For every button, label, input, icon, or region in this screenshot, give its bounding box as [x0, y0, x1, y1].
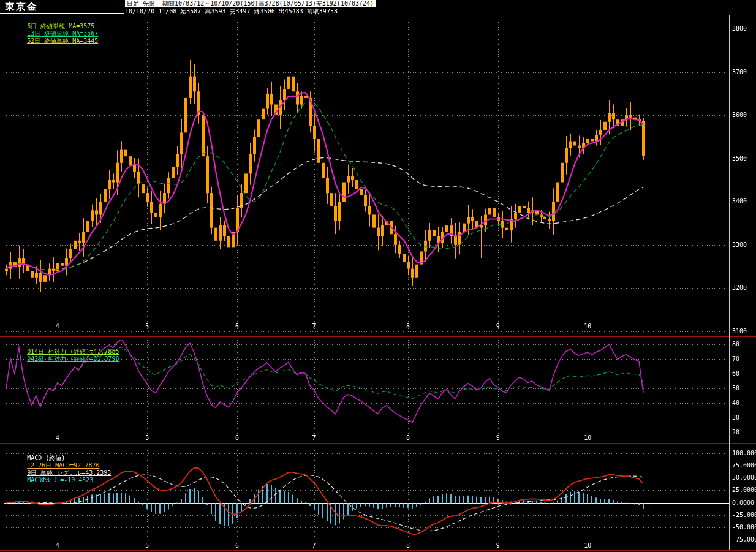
price-chart-canvas[interactable]	[0, 0, 756, 552]
chart-window: 東京金 日足 先限 期間10/03/12～10/10/20(150)高3728(…	[0, 0, 756, 552]
